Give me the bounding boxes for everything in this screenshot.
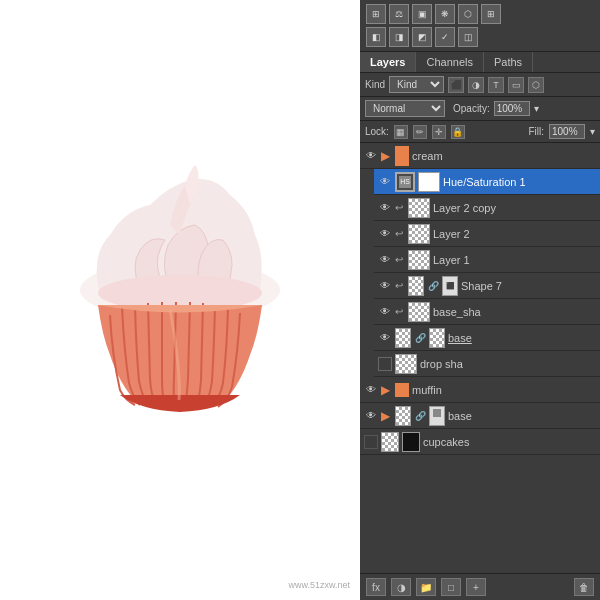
new-layer-button[interactable]: + <box>466 578 486 596</box>
layers-list[interactable]: 👁 ▶ cream 👁 HS Hue/Saturation 1 👁 ↩ Laye… <box>360 143 600 573</box>
lock-transparency-icon[interactable]: ▦ <box>394 125 408 139</box>
layer-name-dropsha: drop sha <box>420 358 596 370</box>
layer-drop-sha[interactable]: · drop sha <box>374 351 600 377</box>
layer-name-base: base <box>448 332 596 344</box>
folder-arrow-base: ▶ <box>381 409 390 423</box>
filter-smart-icon[interactable]: ⬡ <box>528 77 544 93</box>
layer-base-folder[interactable]: 👁 ▶ 🔗 base <box>360 403 600 429</box>
layer-thumb-shape7b: ⬛ <box>442 276 458 296</box>
layer-name-l2: Layer 2 <box>433 228 596 240</box>
kind-select[interactable]: Kind <box>389 76 444 93</box>
watermark: www.51zxw.net <box>288 580 350 590</box>
tool-btn-10[interactable]: ✓ <box>435 27 455 47</box>
layer-thumb-l2copy <box>408 198 430 218</box>
eye-icon-basesha[interactable]: 👁 <box>378 305 392 319</box>
layer-thumb-basesha <box>408 302 430 322</box>
eye-icon-dropsha[interactable]: · <box>378 357 392 371</box>
layer-thumb-cupcakes-a <box>381 432 399 452</box>
chain-icon-shape7: 🔗 <box>427 280 439 292</box>
layer-thumb-base-a <box>395 328 411 348</box>
tool-btn-5[interactable]: ⬡ <box>458 4 478 24</box>
layer-name-muffin: muffin <box>412 384 596 396</box>
layer-name-l1: Layer 1 <box>433 254 596 266</box>
adj-icon-hue: HS <box>395 172 415 192</box>
eye-icon-base[interactable]: 👁 <box>378 331 392 345</box>
top-toolbar: ⊞ ⚖ ▣ ❋ ⬡ ⊞ ◧ ◨ ◩ ✓ ◫ <box>360 0 600 52</box>
tool-btn-7[interactable]: ◧ <box>366 27 386 47</box>
lock-label: Lock: <box>365 126 389 137</box>
blend-mode-select[interactable]: Normal Multiply Screen Overlay <box>365 100 445 117</box>
opacity-input[interactable] <box>494 101 530 116</box>
layer-hue-saturation[interactable]: 👁 HS Hue/Saturation 1 <box>374 169 600 195</box>
bottom-toolbar: fx ◑ 📁 □ + 🗑 <box>360 573 600 600</box>
tool-btn-3[interactable]: ▣ <box>412 4 432 24</box>
layer-2-copy[interactable]: 👁 ↩ Layer 2 copy <box>374 195 600 221</box>
layer-cream-folder[interactable]: 👁 ▶ cream <box>360 143 600 169</box>
layer-2[interactable]: 👁 ↩ Layer 2 <box>374 221 600 247</box>
filter-pixel-icon[interactable]: ⬛ <box>448 77 464 93</box>
layer-base-sha[interactable]: 👁 ↩ base_sha <box>374 299 600 325</box>
eye-icon-l2copy[interactable]: 👁 <box>378 201 392 215</box>
layer-thumb-base-b <box>429 328 445 348</box>
canvas-area: www.51zxw.net <box>0 0 360 600</box>
lock-position-icon[interactable]: ✛ <box>432 125 446 139</box>
add-mask-button[interactable]: □ <box>441 578 461 596</box>
layer-shape7[interactable]: 👁 ↩ 🔗 ⬛ Shape 7 <box>374 273 600 299</box>
cupcake-illustration <box>40 135 320 465</box>
layer-name-cupcakes: cupcakes <box>423 436 596 448</box>
folder-arrow-muffin: ▶ <box>381 383 390 397</box>
layer-thumb-dropsha <box>395 354 417 374</box>
kind-label: Kind <box>365 79 385 90</box>
delete-layer-button[interactable]: 🗑 <box>574 578 594 596</box>
layer-name-basesha: base_sha <box>433 306 596 318</box>
tool-btn-4[interactable]: ❋ <box>435 4 455 24</box>
filter-type-icon[interactable]: T <box>488 77 504 93</box>
fill-input[interactable] <box>549 124 585 139</box>
filter-adjust-icon[interactable]: ◑ <box>468 77 484 93</box>
tabs-row: Layers Channels Paths <box>360 52 600 73</box>
tool-btn-9[interactable]: ◩ <box>412 27 432 47</box>
fx-button[interactable]: fx <box>366 578 386 596</box>
tool-btn-2[interactable]: ⚖ <box>389 4 409 24</box>
layers-panel: ⊞ ⚖ ▣ ❋ ⬡ ⊞ ◧ ◨ ◩ ✓ ◫ Layers Channels Pa… <box>360 0 600 600</box>
eye-icon-cream[interactable]: 👁 <box>364 149 378 163</box>
layer-thumb-base-folder-b <box>429 406 445 426</box>
kind-row: Kind Kind ⬛ ◑ T ▭ ⬡ <box>360 73 600 97</box>
layer-thumb-cupcakes-b <box>402 432 420 452</box>
layer-mask-hue <box>418 172 440 192</box>
layer-base[interactable]: 👁 🔗 base <box>374 325 600 351</box>
lock-row: Lock: ▦ ✏ ✛ 🔒 Fill: ▾ <box>360 121 600 143</box>
new-group-button[interactable]: 📁 <box>416 578 436 596</box>
chain-icon-base: 🔗 <box>414 332 426 344</box>
tab-channels[interactable]: Channels <box>416 52 483 72</box>
layer-1[interactable]: 👁 ↩ Layer 1 <box>374 247 600 273</box>
opacity-arrow[interactable]: ▾ <box>534 103 539 114</box>
layer-cupcakes[interactable]: · cupcakes <box>360 429 600 455</box>
layer-name-l2copy: Layer 2 copy <box>433 202 596 214</box>
toolbar-row-2: ◧ ◨ ◩ ✓ ◫ <box>366 27 594 47</box>
fill-arrow[interactable]: ▾ <box>590 126 595 137</box>
tool-btn-8[interactable]: ◨ <box>389 27 409 47</box>
eye-icon-l2[interactable]: 👁 <box>378 227 392 241</box>
link-l2: ↩ <box>395 228 403 239</box>
layer-thumb-base-folder-a <box>395 406 411 426</box>
tab-layers[interactable]: Layers <box>360 52 416 72</box>
new-fill-button[interactable]: ◑ <box>391 578 411 596</box>
filter-shape-icon[interactable]: ▭ <box>508 77 524 93</box>
tool-btn-6[interactable]: ⊞ <box>481 4 501 24</box>
eye-icon-l1[interactable]: 👁 <box>378 253 392 267</box>
tool-btn-11[interactable]: ◫ <box>458 27 478 47</box>
layer-muffin-folder[interactable]: 👁 ▶ muffin <box>360 377 600 403</box>
tool-btn-1[interactable]: ⊞ <box>366 4 386 24</box>
layer-name-base-folder: base <box>448 410 596 422</box>
eye-icon-shape7[interactable]: 👁 <box>378 279 392 293</box>
layer-name-hue: Hue/Saturation 1 <box>443 176 596 188</box>
tab-paths[interactable]: Paths <box>484 52 533 72</box>
eye-icon-muffin[interactable]: 👁 <box>364 383 378 397</box>
lock-paint-icon[interactable]: ✏ <box>413 125 427 139</box>
lock-all-icon[interactable]: 🔒 <box>451 125 465 139</box>
eye-icon-base-folder[interactable]: 👁 <box>364 409 378 423</box>
eye-icon-hue[interactable]: 👁 <box>378 175 392 189</box>
eye-icon-cupcakes[interactable]: · <box>364 435 378 449</box>
opacity-label: Opacity: <box>453 103 490 114</box>
